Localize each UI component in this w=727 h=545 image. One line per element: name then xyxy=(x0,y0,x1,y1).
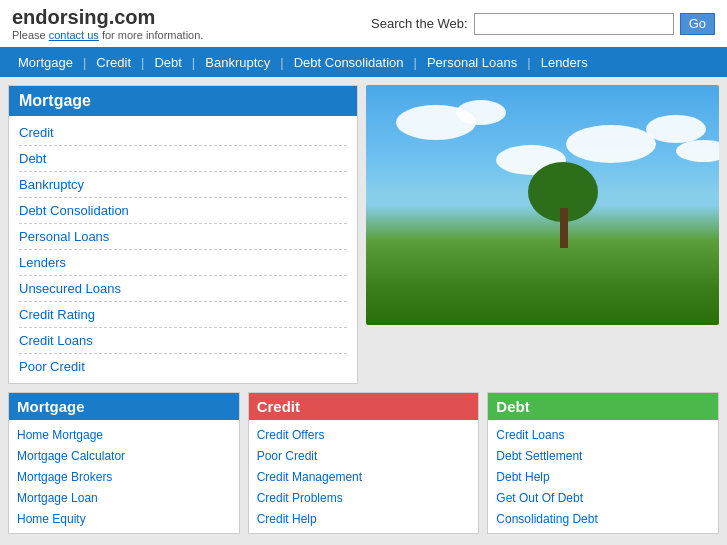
list-item: Consolidating Debt xyxy=(496,508,710,529)
list-item: Home Mortgage xyxy=(17,424,231,445)
header-right: Search the Web: Go xyxy=(371,13,715,35)
bottom-col-links-mortgage: Home MortgageMortgage CalculatorMortgage… xyxy=(9,420,239,533)
link-mortgage-calculator[interactable]: Mortgage Calculator xyxy=(17,449,125,463)
mortgage-link-unsecured-loans[interactable]: Unsecured Loans xyxy=(19,281,121,296)
tagline: Please contact us for more information. xyxy=(12,29,203,41)
header: endorsing.com Please contact us for more… xyxy=(0,0,727,47)
nav-item-personal-loans[interactable]: Personal Loans xyxy=(417,49,527,76)
link-debt-help[interactable]: Debt Help xyxy=(496,470,549,484)
bottom-col-mortgage: MortgageHome MortgageMortgage Calculator… xyxy=(8,392,240,534)
list-item: Credit Loans xyxy=(496,424,710,445)
mortgage-links: CreditDebtBankruptcyDebt ConsolidationPe… xyxy=(9,116,357,383)
list-item: Credit xyxy=(19,120,347,146)
nav-separator: | xyxy=(280,55,283,70)
list-item: Credit Loans xyxy=(19,328,347,354)
bottom-col-header-mortgage: Mortgage xyxy=(9,393,239,420)
search-button[interactable]: Go xyxy=(680,13,715,35)
list-item: Lenders xyxy=(19,250,347,276)
navbar: Mortgage|Credit|Debt|Bankruptcy|Debt Con… xyxy=(0,47,727,77)
link-home-equity[interactable]: Home Equity xyxy=(17,512,86,526)
mortgage-link-credit[interactable]: Credit xyxy=(19,125,54,140)
list-item: Bankruptcy xyxy=(19,172,347,198)
list-item: Mortgage Loan xyxy=(17,487,231,508)
bottom-col-links-credit: Credit OffersPoor CreditCredit Managemen… xyxy=(249,420,479,533)
link-credit-offers[interactable]: Credit Offers xyxy=(257,428,325,442)
nav-separator: | xyxy=(192,55,195,70)
nav-item-debt-consolidation[interactable]: Debt Consolidation xyxy=(284,49,414,76)
link-consolidating-debt[interactable]: Consolidating Debt xyxy=(496,512,597,526)
bottom-col-header-debt: Debt xyxy=(488,393,718,420)
nav-item-debt[interactable]: Debt xyxy=(144,49,191,76)
nav-item-lenders[interactable]: Lenders xyxy=(531,49,598,76)
bottom-col-links-debt: Credit LoansDebt SettlementDebt HelpGet … xyxy=(488,420,718,533)
header-left: endorsing.com Please contact us for more… xyxy=(12,6,203,41)
list-item: Poor Credit xyxy=(19,354,347,379)
nav-separator: | xyxy=(83,55,86,70)
list-item: Mortgage Brokers xyxy=(17,466,231,487)
link-poor-credit[interactable]: Poor Credit xyxy=(257,449,318,463)
mortgage-link-credit-rating[interactable]: Credit Rating xyxy=(19,307,95,322)
mortgage-link-personal-loans[interactable]: Personal Loans xyxy=(19,229,109,244)
nav-separator: | xyxy=(414,55,417,70)
link-mortgage-brokers[interactable]: Mortgage Brokers xyxy=(17,470,112,484)
list-item: Mortgage Calculator xyxy=(17,445,231,466)
nav-separator: | xyxy=(527,55,530,70)
list-item: Unsecured Loans xyxy=(19,276,347,302)
main-content: Mortgage CreditDebtBankruptcyDebt Consol… xyxy=(0,77,727,392)
list-item: Credit Offers xyxy=(257,424,471,445)
list-item: Credit Help xyxy=(257,508,471,529)
mortgage-link-credit-loans[interactable]: Credit Loans xyxy=(19,333,93,348)
bottom-section: MortgageHome MortgageMortgage Calculator… xyxy=(0,392,727,542)
landscape-image xyxy=(366,85,719,325)
nav-item-credit[interactable]: Credit xyxy=(86,49,141,76)
nav-item-mortgage[interactable]: Mortgage xyxy=(8,49,83,76)
mortgage-panel-header: Mortgage xyxy=(9,86,357,116)
nav-separator: | xyxy=(141,55,144,70)
list-item: Credit Rating xyxy=(19,302,347,328)
link-get-out-of-debt[interactable]: Get Out Of Debt xyxy=(496,491,583,505)
nav-item-bankruptcy[interactable]: Bankruptcy xyxy=(195,49,280,76)
mortgage-link-debt-consolidation[interactable]: Debt Consolidation xyxy=(19,203,129,218)
list-item: Credit Problems xyxy=(257,487,471,508)
list-item: Debt Settlement xyxy=(496,445,710,466)
link-mortgage-loan[interactable]: Mortgage Loan xyxy=(17,491,98,505)
list-item: Debt Consolidation xyxy=(19,198,347,224)
link-credit-management[interactable]: Credit Management xyxy=(257,470,362,484)
contact-link[interactable]: contact us xyxy=(49,29,99,41)
list-item: Personal Loans xyxy=(19,224,347,250)
link-debt-settlement[interactable]: Debt Settlement xyxy=(496,449,582,463)
mortgage-link-poor-credit[interactable]: Poor Credit xyxy=(19,359,85,374)
mortgage-link-debt[interactable]: Debt xyxy=(19,151,46,166)
bottom-col-credit: CreditCredit OffersPoor CreditCredit Man… xyxy=(248,392,480,534)
link-credit-problems[interactable]: Credit Problems xyxy=(257,491,343,505)
mortgage-link-bankruptcy[interactable]: Bankruptcy xyxy=(19,177,84,192)
image-panel xyxy=(366,85,719,384)
site-title: endorsing.com xyxy=(12,6,203,29)
list-item: Credit Management xyxy=(257,466,471,487)
tree-trunk xyxy=(560,208,568,248)
link-credit-loans[interactable]: Credit Loans xyxy=(496,428,564,442)
mortgage-panel: Mortgage CreditDebtBankruptcyDebt Consol… xyxy=(8,85,358,384)
bottom-col-header-credit: Credit xyxy=(249,393,479,420)
search-label: Search the Web: xyxy=(371,16,468,31)
link-home-mortgage[interactable]: Home Mortgage xyxy=(17,428,103,442)
bottom-col-debt: DebtCredit LoansDebt SettlementDebt Help… xyxy=(487,392,719,534)
list-item: Poor Credit xyxy=(257,445,471,466)
list-item: Get Out Of Debt xyxy=(496,487,710,508)
search-input[interactable] xyxy=(474,13,674,35)
mortgage-link-lenders[interactable]: Lenders xyxy=(19,255,66,270)
list-item: Debt xyxy=(19,146,347,172)
list-item: Home Equity xyxy=(17,508,231,529)
link-credit-help[interactable]: Credit Help xyxy=(257,512,317,526)
list-item: Debt Help xyxy=(496,466,710,487)
